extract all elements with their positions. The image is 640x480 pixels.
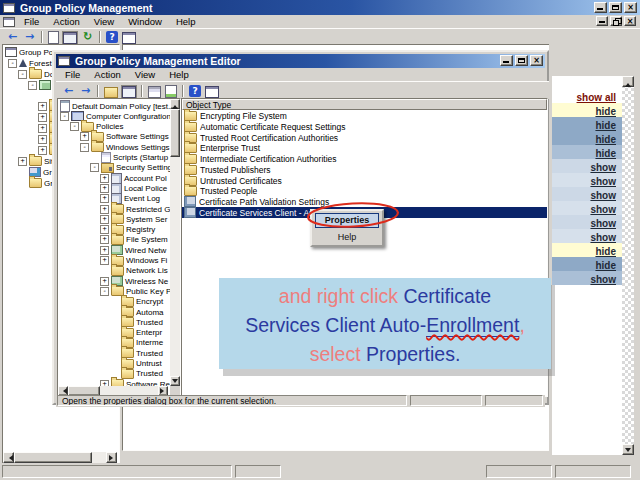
show-link[interactable]: show [590,218,616,229]
expand-icon[interactable]: + [100,205,109,214]
list-item-trusted-people[interactable]: Trusted People [182,186,547,197]
tree-item-registry[interactable]: +Registry [100,225,155,235]
scrollbar-thumb[interactable] [14,452,92,463]
gpm-titlebar[interactable]: Group Policy Management × [0,0,640,15]
scroll-down-button[interactable] [170,376,180,386]
tree-item-trusted[interactable]: Trusted [110,348,163,358]
window-icon[interactable] [122,32,136,44]
console-tree-hscrollbar[interactable] [3,452,117,463]
tree-item-security-setting[interactable]: -Security Setting [90,163,170,173]
panel-scroll-down-button[interactable] [622,444,634,455]
window-active-icon[interactable] [63,32,77,44]
gpm-menu-action[interactable]: Action [46,15,86,28]
gpme-console-tree[interactable]: Default Domain Policy [test.test-Compute… [57,98,181,397]
show-link[interactable]: show [590,190,616,201]
tree-item-untrust[interactable]: Untrust [110,359,162,369]
expand-icon[interactable]: + [100,277,109,286]
hide-link[interactable]: hide [595,246,616,257]
close-button[interactable]: × [624,16,636,26]
gpme-menu-view[interactable]: View [128,68,162,81]
list-item-enterprise-trust[interactable]: Enterprise Trust [182,143,547,154]
collapse-icon[interactable]: - [18,70,27,79]
collapse-icon[interactable]: - [8,59,17,68]
collapse-icon[interactable]: - [90,163,99,172]
collapse-icon[interactable]: - [28,81,37,90]
scrollbar-thumb[interactable] [170,109,180,157]
gpme-menu-file[interactable]: File [58,68,87,81]
tree-item-public-key-p[interactable]: -Public Key P [100,286,170,296]
tree-item-encrypt[interactable]: Encrypt [110,297,163,307]
doc-icon[interactable] [48,31,59,44]
tree-item-software-re[interactable]: +Software Re [100,379,170,386]
list-item-untrusted-certificates[interactable]: Untrusted Certificates [182,175,547,186]
tree-item-local-police[interactable]: +Local Police [100,183,167,193]
show-link[interactable]: show [590,162,616,173]
column-header-object-type[interactable]: Object Type [182,99,547,110]
collapse-icon[interactable]: - [60,112,69,121]
expand-icon[interactable]: + [18,157,27,166]
tree-vscrollbar[interactable] [170,99,180,386]
minimize-button[interactable] [594,2,607,13]
collapse-icon[interactable]: - [70,122,79,131]
help-icon[interactable]: ? [106,31,118,43]
gpm-menu-file[interactable]: File [17,15,46,28]
hide-link[interactable]: hide [595,134,616,145]
show-link[interactable]: show [590,232,616,243]
refresh-icon[interactable]: ↻ [81,30,94,43]
help-icon[interactable]: ? [189,85,201,97]
scroll-up-button[interactable] [170,99,180,109]
tree-item-enterpr[interactable]: Enterpr [110,328,162,338]
list-icon[interactable] [148,86,161,98]
tree-item-interme[interactable]: Interme [110,338,163,348]
close-button[interactable]: × [624,2,637,13]
tree-item-computer-configuration[interactable]: -Computer Configuration [60,111,170,121]
expand-icon[interactable]: + [38,146,47,155]
expand-icon[interactable]: + [100,194,109,203]
tree-item-item[interactable]: - [28,80,53,90]
gpme-menu-help[interactable]: Help [162,68,196,81]
panel-scroll-up-button[interactable] [622,76,634,87]
list-item-automatic-certificate-request-settings[interactable]: Automatic Certificate Request Settings [182,122,547,133]
tree-item-file-system[interactable]: +File System [100,235,168,245]
list-item-trusted-publishers[interactable]: Trusted Publishers [182,165,547,176]
list-item-trusted-root-certification-authorities[interactable]: Trusted Root Certification Authorities [182,132,547,143]
scroll-right-button[interactable] [106,452,117,463]
tree-item-trusted[interactable]: Trusted [110,369,163,379]
window-icon[interactable] [205,86,219,98]
back-icon[interactable]: ← [62,84,75,97]
gpm-menu-window[interactable]: Window [121,15,169,28]
gpm-menu-help[interactable]: Help [169,15,203,28]
tree-item-scripts-startup[interactable]: Scripts (Startup [90,153,168,163]
expand-icon[interactable]: + [100,225,109,234]
show-all-link[interactable]: show all [577,92,616,103]
tree-item-network-lis[interactable]: Network Lis [100,266,168,276]
gpme-titlebar[interactable]: Group Policy Management Editor × [56,54,545,68]
collapse-icon[interactable]: - [80,143,89,152]
show-link[interactable]: show [590,274,616,285]
hide-link[interactable]: hide [595,120,616,131]
forward-icon[interactable]: → [79,84,92,97]
tree-item-default-domain-policy-test-test[interactable]: Default Domain Policy [test.test [60,101,170,111]
expand-icon[interactable]: + [100,174,109,183]
hide-link[interactable]: hide [595,260,616,271]
minimize-button[interactable] [596,16,608,26]
folderup-icon[interactable] [104,87,118,98]
expand-icon[interactable]: + [38,102,47,111]
gpme-menu-action[interactable]: Action [87,68,127,81]
panel-scrollbar-track[interactable] [622,76,634,455]
tree-item-automa[interactable]: Automa [110,307,164,317]
tree-item-windows-settings[interactable]: -Windows Settings [80,142,170,152]
back-icon[interactable]: ← [6,30,19,43]
minimize-button[interactable] [500,55,513,66]
export-icon[interactable] [165,85,177,98]
list-item-intermediate-certification-authorities[interactable]: Intermediate Certification Authorities [182,154,547,165]
tree-item-wired-netw[interactable]: +Wired Netw [100,245,166,255]
close-button[interactable]: × [530,55,543,66]
expand-icon[interactable]: + [100,184,109,193]
tree-item-trusted[interactable]: Trusted [110,317,163,327]
show-link[interactable]: show [590,204,616,215]
restore-button[interactable] [610,16,622,26]
tree-item-event-log[interactable]: +Event Log [100,194,160,204]
expand-icon[interactable]: + [100,256,109,265]
context-menu-item-help[interactable]: Help [315,230,379,245]
